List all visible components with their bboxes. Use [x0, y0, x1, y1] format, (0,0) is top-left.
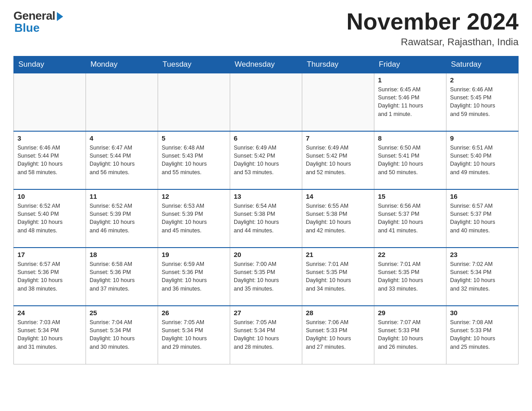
- calendar-cell: [302, 73, 374, 131]
- day-number: 30: [450, 309, 515, 317]
- calendar-cell: 17Sunrise: 6:57 AM Sunset: 5:36 PM Dayli…: [14, 248, 86, 306]
- calendar-cell: 28Sunrise: 7:06 AM Sunset: 5:33 PM Dayli…: [302, 306, 374, 364]
- calendar-cell: 5Sunrise: 6:48 AM Sunset: 5:43 PM Daylig…: [158, 131, 230, 189]
- day-info: Sunrise: 6:50 AM Sunset: 5:41 PM Dayligh…: [378, 144, 442, 176]
- day-info: Sunrise: 6:46 AM Sunset: 5:44 PM Dayligh…: [17, 144, 82, 176]
- day-info: Sunrise: 6:58 AM Sunset: 5:36 PM Dayligh…: [90, 260, 154, 293]
- day-info: Sunrise: 6:46 AM Sunset: 5:45 PM Dayligh…: [450, 86, 515, 118]
- day-number: 19: [162, 251, 226, 258]
- day-info: Sunrise: 6:51 AM Sunset: 5:40 PM Dayligh…: [450, 144, 515, 176]
- calendar-cell: [86, 73, 158, 131]
- location-text: Rawatsar, Rajasthan, India: [347, 36, 519, 48]
- calendar-cell: 9Sunrise: 6:51 AM Sunset: 5:40 PM Daylig…: [446, 131, 519, 189]
- calendar-cell: 7Sunrise: 6:49 AM Sunset: 5:42 PM Daylig…: [302, 131, 374, 189]
- calendar-table: SundayMondayTuesdayWednesdayThursdayFrid…: [13, 56, 519, 364]
- calendar-cell: 15Sunrise: 6:56 AM Sunset: 5:37 PM Dayli…: [374, 189, 446, 248]
- day-number: 8: [378, 134, 442, 142]
- day-info: Sunrise: 6:57 AM Sunset: 5:36 PM Dayligh…: [17, 260, 82, 293]
- logo-arrow-icon: [57, 12, 63, 21]
- day-number: 6: [234, 134, 298, 142]
- day-number: 3: [17, 134, 82, 142]
- month-title: November 2024: [347, 9, 519, 34]
- day-number: 21: [306, 251, 370, 258]
- day-info: Sunrise: 6:49 AM Sunset: 5:42 PM Dayligh…: [234, 144, 298, 176]
- day-info: Sunrise: 7:03 AM Sunset: 5:34 PM Dayligh…: [17, 318, 82, 351]
- calendar-cell: 21Sunrise: 7:01 AM Sunset: 5:35 PM Dayli…: [302, 248, 374, 306]
- calendar-cell: 27Sunrise: 7:05 AM Sunset: 5:34 PM Dayli…: [230, 306, 302, 364]
- calendar-cell: 18Sunrise: 6:58 AM Sunset: 5:36 PM Dayli…: [86, 248, 158, 306]
- day-info: Sunrise: 6:47 AM Sunset: 5:44 PM Dayligh…: [90, 144, 154, 176]
- calendar-cell: 8Sunrise: 6:50 AM Sunset: 5:41 PM Daylig…: [374, 131, 446, 189]
- day-info: Sunrise: 7:04 AM Sunset: 5:34 PM Dayligh…: [90, 318, 154, 351]
- day-number: 2: [450, 76, 515, 84]
- calendar-cell: 12Sunrise: 6:53 AM Sunset: 5:39 PM Dayli…: [158, 189, 230, 248]
- day-number: 22: [378, 251, 442, 258]
- calendar-cell: 30Sunrise: 7:08 AM Sunset: 5:33 PM Dayli…: [446, 306, 519, 364]
- weekday-header-monday: Monday: [86, 56, 158, 73]
- calendar-cell: 11Sunrise: 6:52 AM Sunset: 5:39 PM Dayli…: [86, 189, 158, 248]
- day-number: 24: [17, 309, 82, 317]
- day-number: 27: [234, 309, 298, 317]
- day-info: Sunrise: 7:01 AM Sunset: 5:35 PM Dayligh…: [306, 260, 370, 293]
- day-number: 4: [90, 134, 154, 142]
- logo-blue-text: Blue: [14, 21, 39, 35]
- weekday-header-row: SundayMondayTuesdayWednesdayThursdayFrid…: [14, 56, 519, 73]
- calendar-cell: 16Sunrise: 6:57 AM Sunset: 5:37 PM Dayli…: [446, 189, 519, 248]
- day-info: Sunrise: 7:08 AM Sunset: 5:33 PM Dayligh…: [450, 318, 515, 351]
- day-number: 14: [306, 193, 370, 200]
- day-number: 7: [306, 134, 370, 142]
- day-info: Sunrise: 6:57 AM Sunset: 5:37 PM Dayligh…: [450, 202, 515, 235]
- calendar-cell: 6Sunrise: 6:49 AM Sunset: 5:42 PM Daylig…: [230, 131, 302, 189]
- week-row-3: 10Sunrise: 6:52 AM Sunset: 5:40 PM Dayli…: [14, 189, 519, 248]
- day-number: 25: [90, 309, 154, 317]
- day-info: Sunrise: 7:05 AM Sunset: 5:34 PM Dayligh…: [234, 318, 298, 351]
- day-info: Sunrise: 6:53 AM Sunset: 5:39 PM Dayligh…: [162, 202, 226, 235]
- day-info: Sunrise: 6:45 AM Sunset: 5:46 PM Dayligh…: [378, 86, 442, 118]
- week-row-1: 1Sunrise: 6:45 AM Sunset: 5:46 PM Daylig…: [14, 73, 519, 131]
- day-info: Sunrise: 6:54 AM Sunset: 5:38 PM Dayligh…: [234, 202, 298, 235]
- calendar-cell: 19Sunrise: 6:59 AM Sunset: 5:36 PM Dayli…: [158, 248, 230, 306]
- day-number: 28: [306, 309, 370, 317]
- week-row-2: 3Sunrise: 6:46 AM Sunset: 5:44 PM Daylig…: [14, 131, 519, 189]
- calendar-cell: [230, 73, 302, 131]
- day-number: 12: [162, 193, 226, 200]
- calendar-cell: 23Sunrise: 7:02 AM Sunset: 5:34 PM Dayli…: [446, 248, 519, 306]
- calendar-cell: [158, 73, 230, 131]
- calendar-cell: 2Sunrise: 6:46 AM Sunset: 5:45 PM Daylig…: [446, 73, 519, 131]
- weekday-header-sunday: Sunday: [14, 56, 86, 73]
- logo: General Blue: [13, 9, 63, 35]
- day-info: Sunrise: 7:01 AM Sunset: 5:35 PM Dayligh…: [378, 260, 442, 293]
- calendar-cell: 24Sunrise: 7:03 AM Sunset: 5:34 PM Dayli…: [14, 306, 86, 364]
- day-number: 10: [17, 193, 82, 200]
- day-info: Sunrise: 6:55 AM Sunset: 5:38 PM Dayligh…: [306, 202, 370, 235]
- day-info: Sunrise: 7:02 AM Sunset: 5:34 PM Dayligh…: [450, 260, 515, 293]
- day-number: 16: [450, 193, 515, 200]
- day-info: Sunrise: 7:00 AM Sunset: 5:35 PM Dayligh…: [234, 260, 298, 293]
- calendar-cell: 14Sunrise: 6:55 AM Sunset: 5:38 PM Dayli…: [302, 189, 374, 248]
- day-number: 29: [378, 309, 442, 317]
- week-row-5: 24Sunrise: 7:03 AM Sunset: 5:34 PM Dayli…: [14, 306, 519, 364]
- weekday-header-saturday: Saturday: [446, 56, 519, 73]
- day-info: Sunrise: 6:59 AM Sunset: 5:36 PM Dayligh…: [162, 260, 226, 293]
- day-info: Sunrise: 6:52 AM Sunset: 5:39 PM Dayligh…: [90, 202, 154, 235]
- day-number: 15: [378, 193, 442, 200]
- day-info: Sunrise: 7:07 AM Sunset: 5:33 PM Dayligh…: [378, 318, 442, 351]
- calendar-cell: 13Sunrise: 6:54 AM Sunset: 5:38 PM Dayli…: [230, 189, 302, 248]
- day-number: 13: [234, 193, 298, 200]
- calendar-cell: 4Sunrise: 6:47 AM Sunset: 5:44 PM Daylig…: [86, 131, 158, 189]
- day-number: 1: [378, 76, 442, 84]
- calendar-cell: 3Sunrise: 6:46 AM Sunset: 5:44 PM Daylig…: [14, 131, 86, 189]
- title-block: November 2024 Rawatsar, Rajasthan, India: [347, 9, 519, 48]
- calendar-cell: 1Sunrise: 6:45 AM Sunset: 5:46 PM Daylig…: [374, 73, 446, 131]
- day-info: Sunrise: 6:49 AM Sunset: 5:42 PM Dayligh…: [306, 144, 370, 176]
- calendar-cell: 25Sunrise: 7:04 AM Sunset: 5:34 PM Dayli…: [86, 306, 158, 364]
- calendar-cell: 26Sunrise: 7:05 AM Sunset: 5:34 PM Dayli…: [158, 306, 230, 364]
- calendar-cell: 29Sunrise: 7:07 AM Sunset: 5:33 PM Dayli…: [374, 306, 446, 364]
- day-number: 17: [17, 251, 82, 258]
- day-number: 9: [450, 134, 515, 142]
- day-number: 23: [450, 251, 515, 258]
- day-number: 26: [162, 309, 226, 317]
- day-info: Sunrise: 7:06 AM Sunset: 5:33 PM Dayligh…: [306, 318, 370, 351]
- day-info: Sunrise: 7:05 AM Sunset: 5:34 PM Dayligh…: [162, 318, 226, 351]
- weekday-header-tuesday: Tuesday: [158, 56, 230, 73]
